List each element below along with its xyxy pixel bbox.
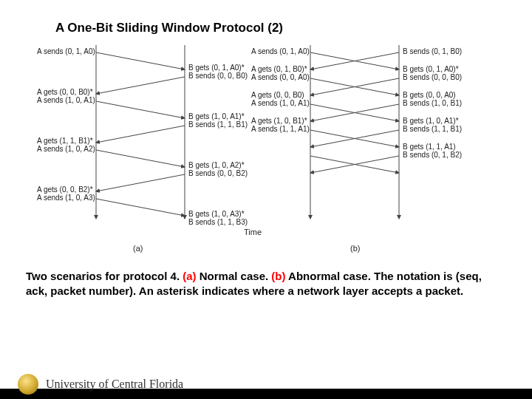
svg-line-5 [96, 126, 185, 143]
svg-line-8 [96, 199, 185, 216]
b-r5a: B gets (1, 1, A1) [403, 143, 456, 151]
caption-a-text: Normal case. [197, 270, 272, 282]
a-l2b: A sends (1, 0, A1) [37, 96, 95, 105]
b-r2a: B gets (0, 1, A0)* [403, 65, 459, 74]
ucf-seal-icon [18, 374, 38, 395]
a-l2a: A gets (0, 0, B0)* [37, 88, 93, 97]
svg-line-7 [96, 174, 185, 191]
time-label: Time [244, 228, 262, 237]
b-l3a: A gets (0, 0, B0) [251, 91, 304, 100]
panel-a-label: (a) [133, 244, 143, 253]
svg-line-2 [96, 52, 185, 69]
a-r3a: B gets (1, 0, A2)* [188, 161, 245, 170]
a-r4b: B sends (1, 1, B3) [188, 218, 248, 227]
svg-line-3 [96, 77, 185, 94]
footer: University of Central Florida [0, 369, 532, 399]
b-r3b: B sends (1, 0, B1) [403, 99, 462, 108]
a-r2a: B gets (1, 0, A1)* [188, 112, 245, 121]
svg-line-6 [96, 150, 185, 167]
b-r4a: B gets (1, 0, A1)* [403, 117, 459, 126]
b-l4b: A sends (1, 1, A1) [251, 125, 310, 134]
panel-b-label: (b) [350, 244, 360, 253]
b-l3b: A sends (1, 0, A1) [251, 99, 310, 108]
b-r4b: B sends (1, 1, B1) [403, 125, 462, 134]
b-l2a: A gets (0, 1, B0)* [251, 65, 307, 74]
caption-lead: Two scenarios for protocol 4. [26, 270, 183, 282]
a-r4a: B gets (1, 0, A3)* [188, 210, 245, 219]
b-r3a: B gets (0, 0, A0) [403, 91, 456, 100]
b-l4a: A gets (1, 0, B1)* [251, 117, 307, 126]
b-r5b: B sends (0, 1, B2) [403, 151, 462, 160]
a-r2b: B sends (1, 1, B1) [188, 120, 248, 129]
slide-title: A One-Bit Sliding Window Protocol (2) [55, 21, 517, 35]
a-l3a: A gets (1, 1, B1)* [37, 137, 93, 146]
a-l1: A sends (0, 1, A0) [37, 47, 95, 56]
a-l4a: A gets (0, 0, B2)* [37, 185, 93, 194]
svg-line-4 [96, 101, 185, 118]
a-l3b: A sends (1, 0, A2) [37, 145, 95, 154]
b-l2b: A sends (0, 0, A0) [251, 73, 310, 82]
a-r1a: B gets (0, 1, A0)* [188, 64, 245, 72]
b-r2b: B sends (0, 0, B0) [403, 73, 462, 82]
caption-b: (b) [271, 270, 285, 282]
caption-a: (a) [183, 270, 196, 282]
university-name: University of Central Florida [46, 378, 183, 391]
a-r3b: B sends (0, 0, B2) [188, 169, 248, 178]
protocol-figure: A sends (0, 1, A0) B gets (0, 1, A0)* B … [37, 41, 510, 256]
b-l1: A sends (0, 1, A0) [251, 47, 310, 56]
caption: Two scenarios for protocol 4. (a) Normal… [26, 269, 506, 299]
a-l4b: A sends (1, 0, A3) [37, 194, 95, 202]
a-r1b: B sends (0, 0, B0) [188, 72, 248, 81]
slide: A One-Bit Sliding Window Protocol (2) [0, 0, 532, 399]
b-r1: B sends (0, 1, B0) [403, 47, 462, 56]
